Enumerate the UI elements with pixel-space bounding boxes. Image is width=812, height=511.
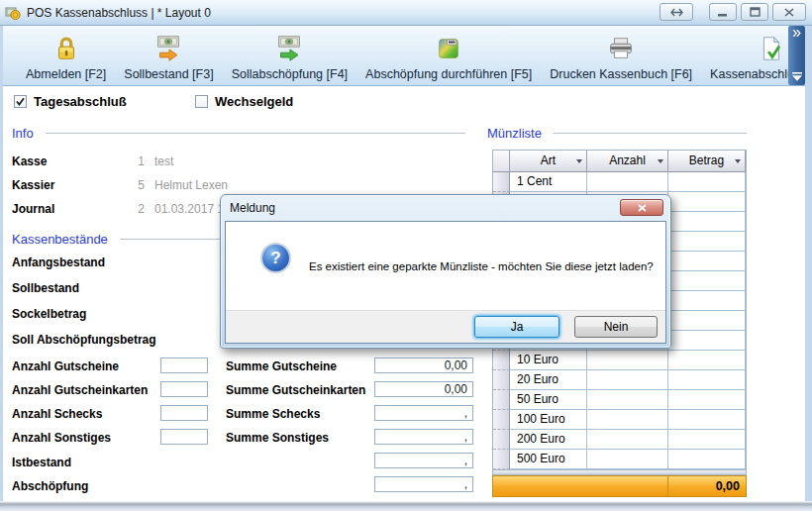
dialog-close-button[interactable] (620, 199, 663, 216)
cell-betrag[interactable] (668, 192, 746, 212)
filter-arrow-icon[interactable] (658, 159, 663, 163)
cell-betrag[interactable] (668, 450, 746, 469)
summe-gutscheine-field[interactable]: 0,00 (374, 358, 473, 373)
table-row[interactable]: 100 Euro (493, 410, 746, 430)
minimize-button[interactable] (709, 3, 737, 21)
cell-betrag[interactable] (668, 252, 746, 271)
filter-arrow-icon[interactable] (735, 159, 741, 163)
cell-art[interactable]: 20 Euro (510, 370, 587, 390)
close-button[interactable] (772, 3, 806, 21)
row-selector[interactable] (493, 390, 510, 410)
checkbox-label: Wechselgeld (215, 94, 293, 109)
toolbar-button-sollabschoepfung[interactable]: Sollabschöpfung [F4] (223, 26, 356, 85)
summe-schecks-field[interactable]: , (374, 405, 473, 421)
total-value: 0,00 (668, 476, 746, 496)
info-row-kassier: Kassier 5 Helmut Lexen (12, 174, 228, 196)
checkbox-label: Tagesabschluß (34, 94, 127, 109)
total-row: 0,00 (492, 475, 747, 497)
count-label: Anzahl Gutscheine (12, 359, 119, 373)
cell-anzahl[interactable] (587, 450, 668, 469)
row-selector[interactable] (493, 370, 510, 390)
info-number: 2 (123, 198, 145, 220)
cell-art[interactable]: 50 Euro (510, 390, 587, 410)
row-selector[interactable] (493, 410, 510, 430)
table-row[interactable]: 50 Euro (493, 390, 746, 410)
column-header-anzahl[interactable]: Anzahl (587, 151, 668, 172)
minimize-icon (718, 8, 728, 17)
cell-betrag[interactable] (668, 271, 746, 291)
maximize-button[interactable] (741, 3, 768, 21)
column-header-art[interactable]: Art (510, 151, 587, 172)
cell-anzahl[interactable] (587, 172, 668, 192)
horizontal-resize-button[interactable] (660, 3, 693, 21)
row-selector[interactable] (493, 450, 510, 469)
table-row[interactable]: 200 Euro (493, 430, 746, 450)
abschoepfung-field[interactable]: , (374, 476, 473, 492)
cell-betrag[interactable] (668, 212, 746, 232)
yes-button[interactable]: Ja (474, 316, 559, 338)
anzahl-gutscheinkarten-input[interactable] (160, 381, 208, 397)
column-header-betrag[interactable]: Betrag (668, 151, 746, 172)
toolbar-button-abschoepfung-durchfuehren[interactable]: Abschöpfung durchführen [F5] (356, 26, 541, 85)
section-header-info: Info (12, 126, 465, 141)
info-number: 5 (123, 174, 145, 196)
cell-art[interactable]: 1 Cent (510, 172, 587, 192)
anzahl-gutscheine-input[interactable] (160, 358, 208, 373)
cell-betrag[interactable] (668, 430, 746, 450)
table-row[interactable]: 10 Euro (493, 351, 746, 370)
cell-betrag[interactable] (668, 370, 746, 390)
cell-art[interactable]: 500 Euro (510, 450, 587, 469)
cell-betrag[interactable] (668, 351, 746, 370)
checkbox-wechselgeld[interactable]: Wechselgeld (195, 94, 293, 109)
checkbox-tagesabschluss[interactable]: Tagesabschluß (14, 94, 127, 109)
cell-betrag[interactable] (668, 331, 746, 351)
toolbar-button-label: Abmelden [F2] (26, 67, 106, 81)
no-button[interactable]: Nein (574, 316, 658, 338)
cell-anzahl[interactable] (587, 430, 668, 450)
row-selector[interactable] (493, 351, 510, 370)
toolbar-button-abmelden[interactable]: Abmelden [F2] (17, 26, 115, 85)
sum-label: Summe Gutscheinkarten (226, 383, 365, 397)
checkbox-box (195, 95, 208, 108)
cell-betrag[interactable] (668, 172, 746, 192)
dialog-body-frame: ? Es existiert eine geparkte Münzliste -… (225, 221, 666, 344)
info-row-kasse: Kasse 1 test (12, 151, 173, 172)
result-label: Istbestand (12, 456, 71, 469)
close-icon (638, 204, 647, 212)
cell-anzahl[interactable] (587, 410, 668, 430)
cell-anzahl[interactable] (587, 351, 668, 370)
lock-icon (51, 34, 81, 63)
cell-betrag[interactable] (668, 390, 746, 410)
cell-art[interactable]: 10 Euro (510, 351, 587, 370)
cell-anzahl[interactable] (587, 390, 668, 410)
cell-art[interactable]: 200 Euro (510, 430, 587, 450)
anzahl-schecks-input[interactable] (160, 405, 208, 421)
count-label: Anzahl Sonstiges (12, 431, 111, 445)
row-selector[interactable] (493, 172, 510, 192)
cell-betrag[interactable] (668, 291, 746, 311)
window-border-left (0, 26, 3, 503)
summe-sonstiges-field[interactable]: , (374, 429, 473, 445)
cell-betrag[interactable] (668, 410, 746, 430)
table-row[interactable]: 20 Euro (493, 370, 746, 390)
table-row[interactable]: 500 Euro (493, 450, 746, 469)
row-selector[interactable] (493, 430, 510, 450)
table-row[interactable]: 1 Cent (493, 172, 746, 192)
toolbar-button-label: Sollbestand [F3] (124, 67, 213, 81)
toolbar-button-sollbestand[interactable]: Sollbestand [F3] (115, 26, 222, 85)
istbestand-field[interactable]: , (374, 453, 473, 468)
filter-arrow-icon[interactable] (576, 159, 582, 163)
stock-label-sockelbetrag: Sockelbetrag (12, 307, 86, 321)
cell-betrag[interactable] (668, 232, 746, 252)
total-row-spacer (493, 476, 668, 496)
toolbar-overflow-button[interactable] (788, 26, 805, 85)
cell-betrag[interactable] (668, 311, 746, 331)
anzahl-sonstiges-input[interactable] (160, 429, 208, 445)
cell-anzahl[interactable] (587, 370, 668, 390)
section-header-label: Info (12, 126, 34, 141)
sum-label: Summe Gutscheine (226, 359, 337, 373)
toolbar-button-drucken-kassenbuch[interactable]: Drucken Kassenbuch [F6] (541, 26, 701, 85)
checkbox-box (14, 95, 27, 108)
summe-gutscheinkarten-field[interactable]: 0,00 (374, 381, 473, 397)
cell-art[interactable]: 100 Euro (510, 410, 587, 430)
